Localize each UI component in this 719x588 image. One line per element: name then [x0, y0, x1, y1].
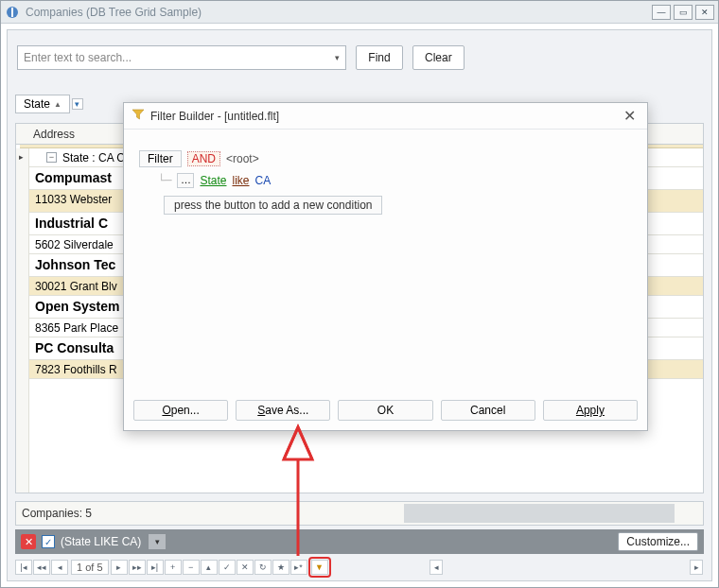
- nav-next-page-button[interactable]: ▸▸: [129, 560, 146, 575]
- close-button[interactable]: ✕: [695, 5, 714, 20]
- nav-refresh-button[interactable]: ↻: [254, 560, 272, 575]
- condition-row: └─ … State like CA: [158, 173, 638, 188]
- filter-enabled-checkbox[interactable]: ✓: [42, 535, 55, 548]
- nav-post-button[interactable]: ✓: [219, 560, 236, 575]
- condition-field[interactable]: State: [200, 174, 226, 187]
- nav-prev-page-button[interactable]: ◂◂: [33, 560, 50, 575]
- root-label: <root>: [226, 152, 259, 165]
- add-condition-hint[interactable]: press the button to add a new condition: [164, 196, 382, 215]
- filter-builder-dialog: Filter Builder - [untitled.flt] ✕ Filter…: [123, 102, 648, 431]
- search-row: Enter text to search... ▾ Find Clear: [8, 30, 711, 79]
- chevron-left-icon[interactable]: ◂: [430, 560, 443, 575]
- add-condition-hint-row: press the button to add a new condition: [164, 196, 638, 215]
- find-button[interactable]: Find: [356, 45, 403, 70]
- dialog-body: Filter AND <root> └─ … State like CA pre…: [133, 141, 638, 385]
- titlebar: Companies (DB Tree Grid Sample) — ▭ ✕: [1, 1, 718, 24]
- search-placeholder: Enter text to search...: [24, 51, 132, 64]
- condition-operator[interactable]: like: [232, 174, 249, 187]
- open-button[interactable]: Open...: [133, 400, 228, 421]
- customize-button[interactable]: Customize...: [618, 532, 698, 551]
- nav-goto-button[interactable]: ▸*: [290, 560, 307, 575]
- app-icon: [5, 5, 20, 20]
- sort-asc-icon: ▲: [54, 100, 61, 109]
- collapse-icon[interactable]: −: [46, 152, 57, 163]
- cancel-button[interactable]: Cancel: [441, 400, 535, 421]
- filter-root-row: Filter AND <root>: [139, 150, 638, 167]
- dialog-titlebar: Filter Builder - [untitled.flt] ✕: [124, 103, 647, 130]
- chevron-right-icon[interactable]: ▸: [690, 560, 703, 575]
- group-by-area: State ▲ ▾: [15, 95, 83, 113]
- nav-prev-button[interactable]: ◂: [51, 560, 68, 575]
- summary-bar: Companies: 5: [15, 501, 704, 526]
- save-as-button[interactable]: Save As...: [236, 400, 330, 421]
- row-indicator-column: [16, 148, 29, 493]
- nav-delete-button[interactable]: −: [183, 560, 200, 575]
- condition-value[interactable]: CA: [255, 174, 272, 187]
- filter-expression: (State LIKE CA): [61, 535, 141, 548]
- minimize-button[interactable]: —: [652, 5, 671, 20]
- maximize-button[interactable]: ▭: [674, 5, 693, 20]
- nav-bookmark-button[interactable]: ★: [272, 560, 289, 575]
- group-operator-button[interactable]: AND: [187, 151, 220, 166]
- funnel-icon: [132, 108, 145, 124]
- nav-page-indicator[interactable]: 1 of 5: [71, 560, 109, 575]
- group-by-label: State: [24, 97, 50, 111]
- ok-button[interactable]: OK: [338, 400, 432, 421]
- window-title: Companies (DB Tree Grid Sample): [26, 6, 202, 19]
- filter-icon[interactable]: ▾: [72, 98, 83, 110]
- nav-cancel-button[interactable]: ✕: [237, 560, 254, 575]
- condition-menu-button[interactable]: …: [177, 173, 194, 188]
- dialog-footer: Open... Save As... OK Cancel Apply: [133, 400, 638, 421]
- tree-connector-icon: └─: [158, 174, 171, 187]
- filter-panel: ✕ ✓ (State LIKE CA) ▾ Customize...: [15, 529, 704, 554]
- filter-label-button[interactable]: Filter: [139, 150, 182, 167]
- group-by-pill-state[interactable]: State ▲: [15, 95, 70, 113]
- nav-edit-button[interactable]: ▴: [201, 560, 218, 575]
- nav-first-button[interactable]: |◂: [15, 560, 32, 575]
- remove-filter-button[interactable]: ✕: [21, 534, 36, 549]
- horizontal-scrollbar[interactable]: [404, 504, 675, 523]
- summary-text: Companies: 5: [22, 507, 92, 520]
- nav-filter-button[interactable]: ▼: [311, 560, 328, 575]
- nav-last-button[interactable]: ▸|: [147, 560, 164, 575]
- apply-button[interactable]: Apply: [543, 400, 638, 421]
- nav-insert-button[interactable]: +: [165, 560, 182, 575]
- record-navigator: |◂ ◂◂ ◂ 1 of 5 ▸ ▸▸ ▸| + − ▴ ✓ ✕ ↻ ★ ▸* …: [15, 558, 704, 577]
- dialog-close-button[interactable]: ✕: [619, 107, 640, 125]
- nav-next-button[interactable]: ▸: [111, 560, 128, 575]
- svg-rect-1: [11, 8, 13, 17]
- clear-button[interactable]: Clear: [412, 45, 465, 70]
- search-input[interactable]: Enter text to search... ▾: [17, 45, 346, 70]
- chevron-down-icon[interactable]: ▾: [330, 48, 343, 67]
- annotation-highlight: ▼: [308, 557, 331, 578]
- filter-dropdown-button[interactable]: ▾: [149, 534, 166, 549]
- focused-row-indicator: ▸: [19, 152, 24, 162]
- dialog-title: Filter Builder - [untitled.flt]: [150, 110, 279, 123]
